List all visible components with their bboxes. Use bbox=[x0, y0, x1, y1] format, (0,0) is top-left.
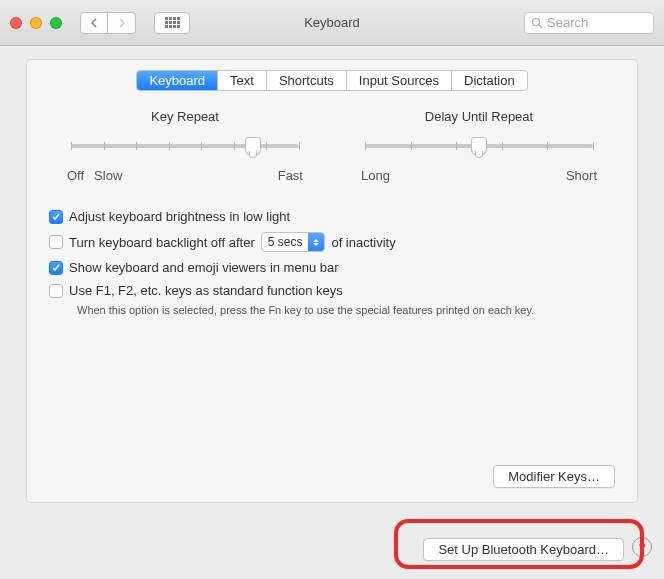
grid-icon bbox=[165, 17, 180, 28]
key-repeat-labels: OffSlow Fast bbox=[67, 168, 303, 183]
tab-shortcuts[interactable]: Shortcuts bbox=[267, 71, 347, 90]
close-window-button[interactable] bbox=[10, 17, 22, 29]
pane-body: Keyboard Text Shortcuts Input Sources Di… bbox=[26, 59, 638, 503]
forward-button[interactable] bbox=[108, 12, 136, 34]
checkbox-adjust-brightness[interactable] bbox=[49, 210, 63, 224]
fn-keys-hint: When this option is selected, press the … bbox=[77, 304, 615, 316]
delay-until-repeat-block: Delay Until Repeat Long Short bbox=[357, 109, 601, 183]
tab-text[interactable]: Text bbox=[218, 71, 267, 90]
search-field[interactable]: Search bbox=[524, 12, 654, 34]
key-repeat-thumb[interactable] bbox=[245, 137, 261, 155]
checkbox-show-viewers[interactable] bbox=[49, 261, 63, 275]
option-backlight-off: Turn keyboard backlight off after 5 secs… bbox=[49, 228, 615, 256]
preferences-window: Keyboard Search Keyboard Text Shortcuts … bbox=[0, 0, 664, 579]
checkbox-fn-keys[interactable] bbox=[49, 284, 63, 298]
show-all-button[interactable] bbox=[154, 12, 190, 34]
delay-until-repeat-title: Delay Until Repeat bbox=[357, 109, 601, 124]
stepper-arrows-icon bbox=[308, 233, 324, 251]
tab-keyboard[interactable]: Keyboard bbox=[137, 71, 218, 90]
delay-until-repeat-labels: Long Short bbox=[361, 168, 597, 183]
backlight-timeout-popup[interactable]: 5 secs bbox=[261, 232, 326, 252]
key-repeat-slider[interactable] bbox=[71, 134, 299, 166]
sliders-row: Key Repeat OffSlow Fast Delay Until Repe… bbox=[49, 109, 615, 197]
option-fn-keys: Use F1, F2, etc. keys as standard functi… bbox=[49, 279, 615, 302]
zoom-window-button[interactable] bbox=[50, 17, 62, 29]
svg-point-0 bbox=[533, 18, 540, 25]
svg-line-1 bbox=[539, 25, 542, 28]
tab-bar: Keyboard Text Shortcuts Input Sources Di… bbox=[136, 70, 527, 91]
tab-dictation[interactable]: Dictation bbox=[452, 71, 527, 90]
checkmark-icon bbox=[51, 263, 61, 273]
option-adjust-brightness: Adjust keyboard brightness in low light bbox=[49, 205, 615, 228]
chevron-right-icon bbox=[118, 18, 126, 28]
key-repeat-title: Key Repeat bbox=[63, 109, 307, 124]
label-adjust-brightness: Adjust keyboard brightness in low light bbox=[69, 209, 290, 224]
label-fn-keys: Use F1, F2, etc. keys as standard functi… bbox=[69, 283, 343, 298]
search-icon bbox=[531, 17, 543, 29]
help-icon: ? bbox=[638, 540, 645, 555]
minimize-window-button[interactable] bbox=[30, 17, 42, 29]
chevron-left-icon bbox=[90, 18, 98, 28]
search-placeholder: Search bbox=[547, 15, 588, 30]
option-show-viewers: Show keyboard and emoji viewers in menu … bbox=[49, 256, 615, 279]
label-backlight-off-post: of inactivity bbox=[331, 235, 395, 250]
setup-bluetooth-keyboard-button[interactable]: Set Up Bluetooth Keyboard… bbox=[423, 538, 624, 561]
options-list: Adjust keyboard brightness in low light … bbox=[49, 205, 615, 316]
modifier-keys-button[interactable]: Modifier Keys… bbox=[493, 465, 615, 488]
checkmark-icon bbox=[51, 212, 61, 222]
help-button[interactable]: ? bbox=[632, 537, 652, 557]
backlight-timeout-value: 5 secs bbox=[262, 235, 309, 249]
back-button[interactable] bbox=[80, 12, 108, 34]
titlebar: Keyboard Search bbox=[0, 0, 664, 46]
nav-buttons bbox=[80, 12, 136, 34]
delay-until-repeat-thumb[interactable] bbox=[471, 137, 487, 155]
label-show-viewers: Show keyboard and emoji viewers in menu … bbox=[69, 260, 339, 275]
label-backlight-off-pre: Turn keyboard backlight off after bbox=[69, 235, 255, 250]
delay-until-repeat-slider[interactable] bbox=[365, 134, 593, 166]
window-controls bbox=[10, 17, 62, 29]
key-repeat-block: Key Repeat OffSlow Fast bbox=[63, 109, 307, 183]
tab-input-sources[interactable]: Input Sources bbox=[347, 71, 452, 90]
checkbox-backlight-off[interactable] bbox=[49, 235, 63, 249]
